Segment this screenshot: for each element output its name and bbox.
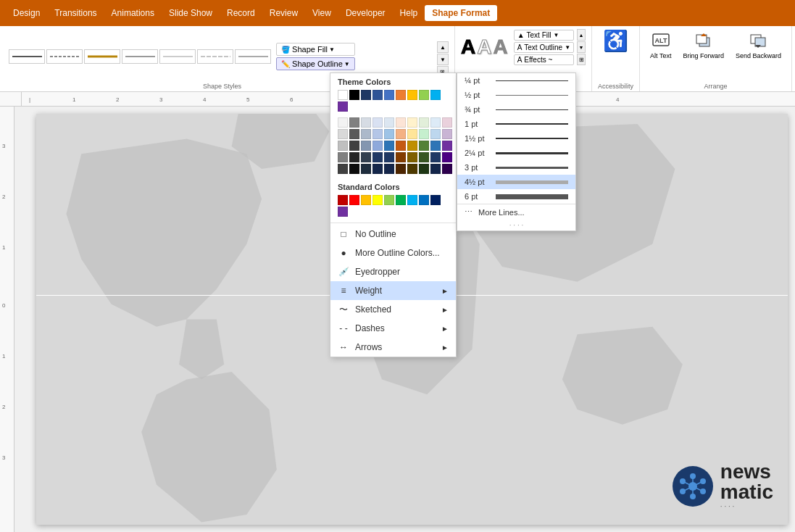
wordart-letter-3[interactable]: A (493, 37, 507, 57)
shade-0-3[interactable] (338, 141, 348, 151)
no-outline-item[interactable]: □ No Outline (330, 225, 456, 244)
shape-outline-button[interactable]: ✏️ Shape Outline ▼ (276, 57, 355, 70)
wordart-scroll-down[interactable]: ▼ (577, 41, 586, 53)
shade-5-2[interactable] (396, 129, 406, 139)
shade-4-4[interactable] (384, 152, 394, 162)
shade-2-1[interactable] (361, 117, 371, 128)
shade-1-4[interactable] (349, 152, 359, 162)
dashes-item[interactable]: - - Dashes ► (330, 319, 456, 338)
shade-5-3[interactable] (396, 141, 406, 151)
wordart-scroll-up[interactable]: ▲ (577, 29, 586, 41)
shade-9-5[interactable] (442, 164, 452, 174)
std-light-green[interactable] (384, 195, 394, 205)
shade-3-4[interactable] (372, 152, 383, 162)
color-gold[interactable] (407, 90, 417, 100)
std-yellow[interactable] (372, 195, 383, 205)
shade-7-5[interactable] (419, 164, 429, 174)
wordart-expand[interactable]: ⊞ (577, 54, 586, 65)
weight-15pt[interactable]: 1½ pt (457, 131, 575, 146)
sketched-item[interactable]: 〜 Sketched ► (330, 300, 456, 319)
more-outline-item[interactable]: ● More Outline Colors... (330, 244, 456, 262)
shade-0-5[interactable] (338, 164, 348, 174)
menu-slideshow[interactable]: Slide Show (162, 5, 220, 21)
wordart-letter-1[interactable]: A (461, 37, 475, 57)
arrows-item[interactable]: ↔ Arrows ► (330, 338, 456, 357)
shade-6-2[interactable] (407, 129, 417, 139)
std-purple[interactable] (338, 207, 348, 217)
std-orange[interactable] (361, 195, 371, 205)
scroll-down-btn[interactable]: ▼ (437, 54, 449, 65)
shade-5-1[interactable] (396, 117, 406, 128)
shade-3-2[interactable] (372, 129, 383, 139)
shade-8-5[interactable] (430, 164, 441, 174)
shade-1-5[interactable] (349, 164, 359, 174)
shade-9-2[interactable] (442, 129, 452, 139)
shade-4-1[interactable] (384, 117, 394, 128)
shade-8-4[interactable] (430, 152, 441, 162)
shape-fill-button[interactable]: 🪣 Shape Fill ▼ (276, 43, 355, 56)
menu-view[interactable]: View (305, 5, 338, 21)
shade-2-3[interactable] (361, 141, 371, 151)
menu-transitions[interactable]: Transitions (47, 5, 104, 21)
shade-7-2[interactable] (419, 129, 429, 139)
shade-7-1[interactable] (419, 117, 429, 128)
shade-3-5[interactable] (372, 164, 383, 174)
shade-3-3[interactable] (372, 141, 383, 151)
shade-6-4[interactable] (407, 152, 417, 162)
shape-style-2[interactable] (46, 49, 83, 64)
shade-2-4[interactable] (361, 152, 371, 162)
menu-help[interactable]: Help (393, 5, 425, 21)
color-white[interactable] (338, 90, 348, 100)
shade-6-3[interactable] (407, 141, 417, 151)
menu-design[interactable]: Design (6, 5, 47, 21)
color-orange[interactable] (396, 90, 406, 100)
shade-2-2[interactable] (361, 129, 371, 139)
shape-style-3[interactable] (84, 49, 120, 64)
shade-9-4[interactable] (442, 152, 452, 162)
shade-4-2[interactable] (384, 129, 394, 139)
std-dark-red[interactable] (338, 195, 348, 205)
shade-6-5[interactable] (407, 164, 417, 174)
color-blue[interactable] (384, 90, 394, 100)
shape-style-7[interactable] (235, 49, 271, 64)
text-fill-btn[interactable]: ▲ Text Fill ▼ (514, 30, 574, 41)
shade-4-3[interactable] (384, 141, 394, 151)
wordart-letter-2[interactable]: A (477, 37, 491, 57)
weight-05pt[interactable]: ½ pt (457, 88, 575, 102)
accessibility-icon[interactable]: ♿ (603, 29, 628, 53)
weight-item[interactable]: ≡ Weight ► (330, 281, 456, 300)
std-light-blue[interactable] (407, 195, 417, 205)
send-backward-btn[interactable]: Send Backward (731, 29, 786, 61)
menu-review[interactable]: Review (262, 5, 305, 21)
menu-shape-format[interactable]: Shape Format (425, 5, 497, 21)
shade-6-1[interactable] (407, 117, 417, 128)
color-black[interactable] (349, 90, 359, 100)
weight-025pt[interactable]: ¼ pt (457, 73, 575, 88)
scroll-up-btn[interactable]: ▲ (437, 41, 449, 53)
std-green[interactable] (396, 195, 406, 205)
color-cyan[interactable] (430, 90, 441, 100)
std-red[interactable] (349, 195, 359, 205)
shape-style-6[interactable] (197, 49, 233, 64)
menu-developer[interactable]: Developer (338, 5, 393, 21)
shape-style-4[interactable] (122, 49, 158, 64)
eyedropper-item[interactable]: 💉 Eyedropper (330, 262, 456, 281)
shade-8-2[interactable] (430, 129, 441, 139)
shade-1-2[interactable] (349, 129, 359, 139)
color-navy[interactable] (361, 90, 371, 100)
text-outline-btn[interactable]: A Text Outline ▼ (514, 42, 574, 53)
shade-0-2[interactable] (338, 129, 348, 139)
std-blue[interactable] (419, 195, 429, 205)
shade-4-5[interactable] (384, 164, 394, 174)
shape-style-5[interactable] (159, 49, 196, 64)
std-dark-blue[interactable] (430, 195, 441, 205)
menu-animations[interactable]: Animations (104, 5, 162, 21)
shade-8-3[interactable] (430, 141, 441, 151)
color-blue-dark[interactable] (372, 90, 383, 100)
menu-record[interactable]: Record (220, 5, 262, 21)
weight-45pt[interactable]: 4½ pt (457, 175, 575, 189)
shade-9-3[interactable] (442, 141, 452, 151)
weight-225pt[interactable]: 2¼ pt (457, 146, 575, 160)
weight-3pt[interactable]: 3 pt (457, 160, 575, 175)
alt-text-btn[interactable]: ALT Alt Text (646, 29, 675, 61)
